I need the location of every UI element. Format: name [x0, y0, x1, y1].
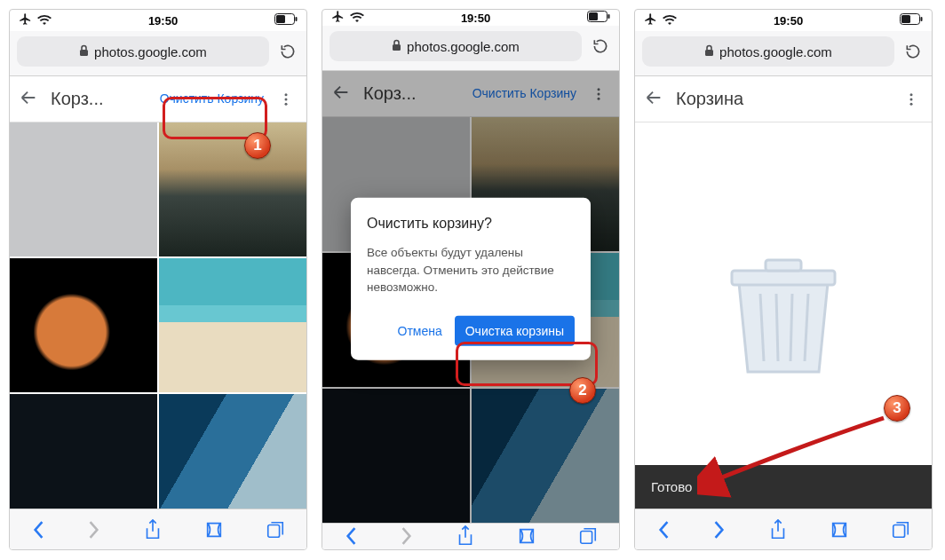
more-icon[interactable]	[900, 91, 923, 107]
svg-rect-7	[268, 525, 280, 537]
tabs-icon[interactable]	[891, 520, 910, 540]
bookmarks-icon[interactable]	[830, 520, 849, 540]
svg-point-4	[285, 93, 288, 96]
svg-point-13	[598, 92, 600, 95]
callout-badge: 1	[244, 132, 271, 159]
svg-point-21	[910, 98, 913, 100]
clock: 19:50	[461, 12, 490, 25]
svg-point-5	[285, 98, 288, 100]
photo-thumbnail[interactable]	[159, 258, 306, 392]
status-bar: 19:50	[10, 10, 306, 31]
svg-rect-19	[705, 50, 713, 56]
reload-icon[interactable]	[276, 43, 299, 60]
wifi-icon	[350, 12, 364, 25]
app-header: Корзина	[635, 76, 932, 122]
clock: 19:50	[148, 14, 178, 28]
nav-forward-icon	[400, 526, 414, 546]
address-url: photos.google.com	[719, 44, 832, 59]
svg-rect-29	[893, 525, 905, 537]
airplane-mode-icon	[19, 12, 32, 28]
photo-thumbnail[interactable]	[159, 122, 306, 256]
battery-icon	[587, 11, 610, 25]
empty-trash-area	[635, 122, 932, 509]
back-icon[interactable]	[331, 83, 351, 106]
screenshot-1: 19:50 photos.google.com Корз... Очистить…	[9, 9, 307, 550]
wifi-icon	[663, 14, 677, 28]
svg-rect-24	[766, 260, 801, 271]
photo-thumbnail[interactable]	[10, 258, 157, 392]
svg-point-14	[598, 97, 600, 99]
safari-address-bar: photos.google.com	[635, 31, 932, 76]
svg-rect-3	[80, 50, 88, 56]
address-field[interactable]: photos.google.com	[17, 36, 269, 67]
trash-icon	[721, 248, 846, 384]
app-header: Корз... Очистить Корзину	[10, 76, 306, 122]
address-field[interactable]: photos.google.com	[642, 36, 894, 67]
svg-point-6	[285, 102, 288, 105]
svg-rect-15	[581, 532, 592, 544]
photo-thumbnail[interactable]	[10, 394, 157, 509]
address-field[interactable]: photos.google.com	[330, 31, 582, 61]
nav-back-icon[interactable]	[656, 520, 671, 540]
tabs-icon[interactable]	[266, 520, 285, 540]
share-icon[interactable]	[769, 519, 787, 540]
dialog-body: Все объекты будут удалены навсегда. Отме…	[367, 244, 575, 296]
status-bar: 19:50	[635, 10, 932, 31]
svg-rect-1	[276, 15, 285, 23]
back-icon[interactable]	[644, 88, 663, 111]
svg-rect-17	[901, 15, 910, 23]
more-icon[interactable]	[274, 91, 298, 107]
cancel-button[interactable]: Отмена	[398, 323, 442, 337]
photo-thumbnail[interactable]	[322, 389, 470, 523]
safari-toolbar	[10, 509, 306, 549]
page-title: Корзина	[676, 89, 893, 109]
battery-icon	[274, 13, 298, 28]
toast: Готово	[635, 465, 932, 509]
dialog-title: Очистить корзину?	[367, 216, 575, 232]
battery-icon	[900, 13, 923, 28]
svg-rect-10	[608, 14, 610, 19]
share-icon[interactable]	[457, 525, 474, 547]
callout-badge: 2	[569, 377, 596, 404]
safari-address-bar: photos.google.com	[322, 26, 619, 71]
address-url: photos.google.com	[94, 44, 207, 59]
photo-thumbnail[interactable]	[472, 389, 619, 523]
svg-rect-23	[732, 271, 835, 285]
clock: 19:50	[774, 14, 803, 28]
bookmarks-icon[interactable]	[204, 520, 224, 540]
more-icon[interactable]	[587, 86, 610, 102]
nav-back-icon[interactable]	[344, 526, 358, 546]
safari-address-bar: photos.google.com	[10, 31, 306, 76]
reload-icon[interactable]	[901, 43, 925, 60]
safari-toolbar	[322, 523, 619, 549]
page-title: Корз...	[51, 89, 149, 109]
airplane-mode-icon	[644, 12, 657, 28]
clear-trash-link[interactable]: Очистить Корзину	[156, 90, 267, 107]
nav-forward-icon	[87, 520, 101, 540]
lock-icon	[392, 39, 401, 54]
page-title: Корз...	[363, 83, 462, 104]
wifi-icon	[37, 14, 52, 28]
photo-grid	[10, 122, 306, 509]
share-icon[interactable]	[144, 519, 162, 540]
svg-line-26	[776, 294, 778, 361]
svg-point-22	[910, 102, 913, 105]
photo-thumbnail[interactable]	[10, 122, 157, 256]
nav-forward-icon[interactable]	[712, 520, 727, 540]
svg-point-12	[598, 88, 600, 91]
lock-icon	[79, 44, 89, 59]
svg-point-20	[910, 93, 913, 96]
tabs-icon[interactable]	[578, 526, 598, 546]
nav-back-icon[interactable]	[31, 520, 45, 540]
confirm-empty-trash-button[interactable]: Очистка корзины	[455, 315, 575, 345]
airplane-mode-icon	[331, 10, 345, 26]
photo-thumbnail[interactable]	[159, 394, 306, 509]
clear-trash-link[interactable]: Очистить Корзину	[469, 84, 580, 102]
lock-icon	[704, 44, 714, 59]
toast-text: Готово	[651, 479, 692, 494]
svg-rect-9	[589, 12, 598, 20]
reload-icon[interactable]	[589, 37, 612, 55]
back-icon[interactable]	[19, 88, 38, 111]
address-url: photos.google.com	[407, 39, 520, 54]
bookmarks-icon[interactable]	[517, 526, 536, 546]
